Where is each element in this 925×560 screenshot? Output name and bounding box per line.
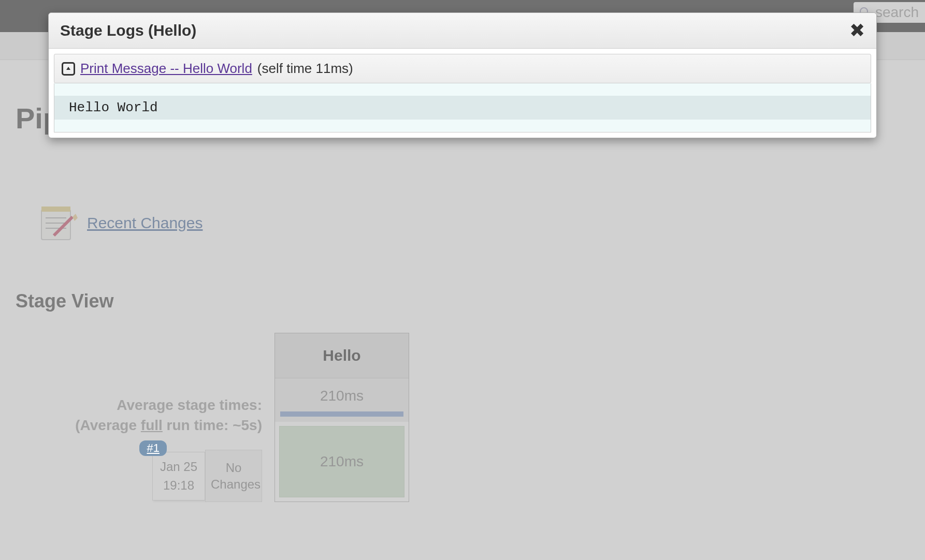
modal-overlay[interactable]: Stage Logs (Hello) ✖ Print Message -- He… [0, 0, 925, 560]
step-link[interactable]: Print Message -- Hello World [80, 61, 252, 77]
svg-marker-9 [66, 67, 70, 70]
stage-logs-modal: Stage Logs (Hello) ✖ Print Message -- He… [48, 12, 877, 138]
close-icon[interactable]: ✖ [849, 21, 865, 40]
step-row[interactable]: Print Message -- Hello World (self time … [54, 54, 871, 83]
modal-header: Stage Logs (Hello) ✖ [49, 13, 876, 49]
build-badge[interactable]: #1 [139, 440, 166, 456]
log-line: Hello World [54, 96, 871, 120]
collapse-icon[interactable] [62, 62, 75, 76]
step-self-time: (self time 11ms) [257, 61, 353, 77]
modal-body: Print Message -- Hello World (self time … [49, 49, 876, 138]
modal-title: Stage Logs (Hello) [60, 22, 196, 39]
log-output: Hello World [54, 83, 871, 132]
